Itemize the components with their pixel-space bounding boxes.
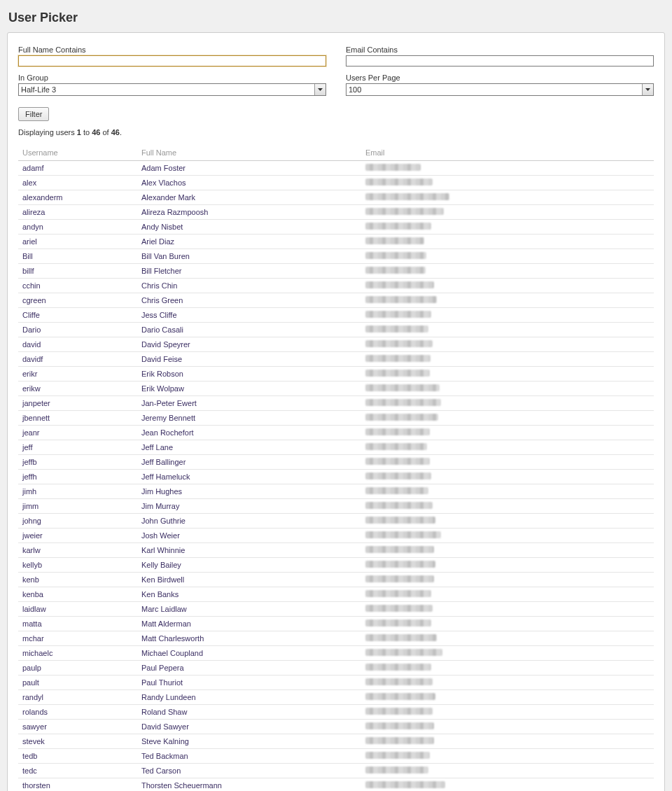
fullname-link[interactable]: Erik Wolpaw <box>141 384 184 393</box>
email-redacted <box>365 237 424 244</box>
fullname-input[interactable] <box>18 55 326 66</box>
username-link[interactable]: cgreen <box>22 296 46 304</box>
fullname-link[interactable]: Andy Nisbet <box>141 223 183 231</box>
username-link[interactable]: sawyer <box>22 722 47 731</box>
username-link[interactable]: jimh <box>22 487 36 496</box>
username-link[interactable]: alexanderm <box>22 193 62 202</box>
email-input[interactable] <box>346 55 654 66</box>
fullname-link[interactable]: Steve Kalning <box>141 737 189 746</box>
fullname-link[interactable]: Jan-Peter Ewert <box>141 399 197 407</box>
fullname-link[interactable]: Alexander Mark <box>141 193 195 202</box>
fullname-link[interactable]: Kelly Bailey <box>141 561 181 569</box>
group-select[interactable]: Half-Life 3 <box>18 83 326 96</box>
fullname-link[interactable]: David Feise <box>141 355 182 363</box>
username-link[interactable]: kellyb <box>22 561 42 569</box>
username-link[interactable]: davidf <box>22 355 43 363</box>
username-link[interactable]: kenb <box>22 575 39 584</box>
username-link[interactable]: jeff <box>22 443 32 451</box>
fullname-link[interactable]: Jess Cliffe <box>141 311 177 319</box>
fullname-link[interactable]: Jeremy Bennett <box>141 414 195 422</box>
fullname-link[interactable]: Erik Robson <box>141 370 183 378</box>
username-link[interactable]: Cliffe <box>22 311 40 319</box>
username-link[interactable]: cchin <box>22 281 41 290</box>
username-link[interactable]: Bill <box>22 252 33 260</box>
username-link[interactable]: andyn <box>22 223 43 231</box>
username-link[interactable]: adamf <box>22 164 44 172</box>
fullname-link[interactable]: Alex Vlachos <box>141 178 186 187</box>
username-link[interactable]: michaelc <box>22 649 52 657</box>
fullname-link[interactable]: Michael Coupland <box>141 649 203 657</box>
fullname-link[interactable]: Ted Carson <box>141 766 181 775</box>
table-row: tedbTed Backman <box>18 749 654 764</box>
fullname-link[interactable]: John Guthrie <box>141 517 186 525</box>
fullname-link[interactable]: Bill Fletcher <box>141 267 181 275</box>
fullname-link[interactable]: Jim Murray <box>141 502 179 510</box>
email-redacted <box>365 620 431 626</box>
fullname-link[interactable]: Randy Lundeen <box>141 693 196 701</box>
fullname-link[interactable]: Dario Casali <box>141 326 183 334</box>
fullname-link[interactable]: Josh Weier <box>141 531 180 540</box>
table-row: rolandsRoland Shaw <box>18 705 654 720</box>
fullname-link[interactable]: Adam Foster <box>141 164 186 172</box>
username-link[interactable]: erikr <box>22 370 37 378</box>
email-redacted <box>365 517 435 524</box>
username-link[interactable]: jbennett <box>22 414 50 422</box>
username-link[interactable]: matta <box>22 620 42 628</box>
username-link[interactable]: randyl <box>22 693 43 701</box>
fullname-link[interactable]: Paul Pepera <box>141 664 184 672</box>
fullname-link[interactable]: Ken Banks <box>141 590 178 598</box>
username-link[interactable]: thorsten <box>22 781 50 790</box>
fullname-link[interactable]: Karl Whinnie <box>141 546 185 554</box>
fullname-link[interactable]: Matt Alderman <box>141 620 191 628</box>
username-link[interactable]: paulp <box>22 664 41 672</box>
fullname-link[interactable]: Bill Van Buren <box>141 252 190 260</box>
username-link[interactable]: jeanr <box>22 428 39 437</box>
username-link[interactable]: kenba <box>22 590 43 598</box>
username-link[interactable]: alex <box>22 178 36 187</box>
fullname-link[interactable]: Chris Green <box>141 296 183 304</box>
username-link[interactable]: rolands <box>22 708 48 716</box>
fullname-link[interactable]: Roland Shaw <box>141 708 187 716</box>
fullname-link[interactable]: Jeff Hameluck <box>141 472 190 481</box>
fullname-link[interactable]: David Speyrer <box>141 340 190 349</box>
fullname-link[interactable]: David Sawyer <box>141 722 189 731</box>
username-link[interactable]: pault <box>22 678 39 687</box>
fullname-link[interactable]: Chris Chin <box>141 281 177 290</box>
username-link[interactable]: tedc <box>22 766 37 775</box>
fullname-link[interactable]: Jean Rochefort <box>141 428 194 437</box>
perpage-select[interactable]: 100 <box>346 83 654 96</box>
fullname-link[interactable]: Jeff Ballinger <box>141 458 186 466</box>
username-link[interactable]: ariel <box>22 237 37 246</box>
fullname-link[interactable]: Alireza Razmpoosh <box>141 208 208 216</box>
username-link[interactable]: alireza <box>22 208 45 216</box>
username-link[interactable]: janpeter <box>22 399 50 407</box>
fullname-link[interactable]: Jeff Lane <box>141 443 173 451</box>
table-row: jimhJim Hughes <box>18 484 654 499</box>
email-redacted <box>365 267 426 274</box>
fullname-link[interactable]: Marc Laidlaw <box>141 605 187 613</box>
username-link[interactable]: jimm <box>22 502 38 510</box>
username-link[interactable]: jweier <box>22 531 43 540</box>
username-link[interactable]: Dario <box>22 326 41 334</box>
username-link[interactable]: laidlaw <box>22 605 46 613</box>
fullname-link[interactable]: Paul Thuriot <box>141 678 183 687</box>
fullname-link[interactable]: Matt Charlesworth <box>141 634 204 643</box>
username-link[interactable]: tedb <box>22 752 37 760</box>
fullname-link[interactable]: Ariel Diaz <box>141 237 174 246</box>
username-link[interactable]: johng <box>22 517 41 525</box>
username-link[interactable]: jeffh <box>22 472 37 481</box>
username-link[interactable]: mchar <box>22 634 44 643</box>
username-link[interactable]: stevek <box>22 737 45 746</box>
filter-button[interactable]: Filter <box>18 107 49 121</box>
username-link[interactable]: billf <box>22 267 34 275</box>
username-link[interactable]: jeffb <box>22 458 37 466</box>
fullname-link[interactable]: Thorsten Scheuermann <box>141 781 222 790</box>
fullname-link[interactable]: Ted Backman <box>141 752 188 760</box>
col-username: Username <box>18 145 137 161</box>
fullname-link[interactable]: Ken Birdwell <box>141 575 184 584</box>
username-link[interactable]: david <box>22 340 41 349</box>
username-link[interactable]: erikw <box>22 384 41 393</box>
email-redacted <box>365 193 449 200</box>
fullname-link[interactable]: Jim Hughes <box>141 487 182 496</box>
username-link[interactable]: karlw <box>22 546 41 554</box>
